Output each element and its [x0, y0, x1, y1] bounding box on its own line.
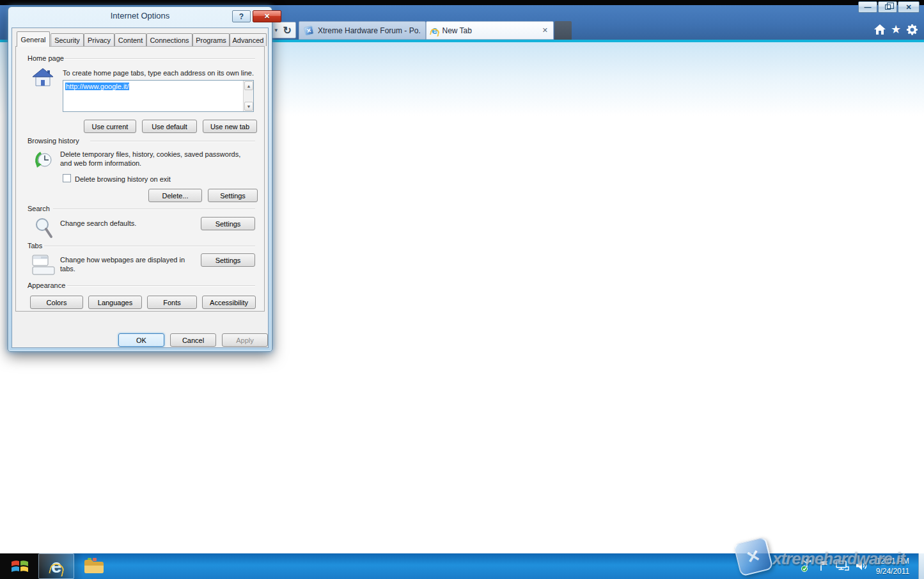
apply-button[interactable]: Apply: [222, 333, 268, 347]
appearance-section-label: Appearance: [27, 282, 65, 289]
help-icon: ?: [239, 12, 244, 21]
tabs-settings-button[interactable]: Settings: [201, 253, 255, 267]
ie-icon: e: [51, 557, 62, 576]
clock-date: 9/24/2011: [870, 566, 915, 576]
colors-button[interactable]: Colors: [30, 296, 83, 309]
browser-tab-xtreme-forum[interactable]: ✕ Xtreme Hardware Forum - Po...: [299, 21, 426, 40]
accessibility-button[interactable]: Accessibility: [202, 296, 256, 309]
search-icon: [34, 217, 53, 240]
network-icon[interactable]: [835, 559, 849, 575]
search-section-label: Search: [27, 205, 50, 212]
taskbar-explorer-button[interactable]: [77, 553, 111, 579]
general-tab-page: Home page To create home page tabs, type…: [15, 46, 265, 312]
delete-history-checkbox[interactable]: [63, 174, 71, 182]
search-settings-button[interactable]: Settings: [201, 217, 255, 230]
browsing-history-description: Delete temporary files, history, cookies…: [60, 150, 253, 168]
volume-speaker-icon[interactable]: [855, 560, 868, 574]
tab-close-icon[interactable]: ✕: [542, 26, 548, 35]
dialog-tab-content[interactable]: Content: [114, 33, 146, 46]
home-page-address-textarea[interactable]: http://www.google.it/ ▲ ▼: [63, 80, 254, 112]
section-divider: [67, 285, 255, 286]
cancel-button[interactable]: Cancel: [170, 333, 216, 347]
action-center-flag-icon[interactable]: [819, 559, 829, 575]
close-icon: ✕: [905, 3, 911, 12]
internet-options-dialog: Internet Options ? ✕ General Security Pr…: [8, 6, 272, 352]
dialog-tab-security[interactable]: Security: [51, 33, 84, 46]
browsing-history-section-label: Browsing history: [27, 137, 79, 145]
home-icon-dialog: [31, 67, 54, 89]
tab-title: Xtreme Hardware Forum - Po...: [318, 26, 420, 35]
dialog-tab-general[interactable]: General: [17, 31, 50, 47]
section-divider: [90, 141, 255, 141]
windows-flag-icon: [10, 557, 29, 576]
taskbar: e: [0, 553, 924, 579]
dialog-tab-advanced[interactable]: Advanced: [230, 33, 267, 46]
delete-button[interactable]: Delete...: [148, 189, 202, 202]
home-icon[interactable]: [872, 23, 888, 36]
new-tab-button[interactable]: [554, 21, 572, 40]
tabs-section-label: Tabs: [27, 242, 42, 250]
use-current-button[interactable]: Use current: [84, 120, 136, 133]
dialog-help-button[interactable]: ?: [232, 10, 251, 22]
section-divider: [53, 209, 255, 209]
section-divider: [44, 246, 255, 246]
home-page-section-label: Home page: [27, 54, 64, 62]
tools-gear-icon[interactable]: [904, 23, 920, 36]
browser-tab-new-tab[interactable]: e New Tab ✕: [426, 21, 554, 40]
home-page-address-value: http://www.google.it/: [65, 83, 129, 90]
ok-button[interactable]: OK: [118, 333, 164, 347]
taskbar-ie-button[interactable]: e: [38, 553, 74, 579]
system-tray: [801, 559, 868, 575]
address-dropdown-icon[interactable]: ▼: [274, 28, 279, 33]
section-divider: [65, 58, 255, 59]
start-button[interactable]: [4, 553, 36, 579]
window-minimize-button[interactable]: —: [858, 1, 877, 13]
minimize-icon: —: [865, 3, 872, 11]
dialog-close-button[interactable]: ✕: [253, 10, 281, 22]
fonts-button[interactable]: Fonts: [147, 296, 197, 309]
tabs-description: Change how webpages are displayed in tab…: [60, 255, 196, 273]
close-icon: ✕: [264, 12, 270, 20]
window-restore-button[interactable]: [878, 1, 897, 13]
tabs-icon: [32, 254, 55, 276]
ie-icon: e: [432, 25, 437, 36]
tab-title: New Tab: [442, 26, 471, 35]
window-close-button[interactable]: ✕: [898, 1, 920, 13]
dialog-tab-connections[interactable]: Connections: [146, 33, 192, 46]
use-new-tab-button[interactable]: Use new tab: [203, 120, 257, 133]
dialog-tab-programs[interactable]: Programs: [192, 33, 230, 46]
restore-icon: [885, 4, 891, 10]
history-settings-button[interactable]: Settings: [208, 189, 258, 202]
textarea-scrollbar[interactable]: ▲ ▼: [243, 81, 253, 111]
dialog-tab-privacy[interactable]: Privacy: [84, 33, 114, 46]
languages-button[interactable]: Languages: [88, 296, 142, 309]
search-description: Change search defaults.: [60, 219, 136, 228]
usb-device-icon[interactable]: [801, 559, 813, 575]
scroll-up-icon[interactable]: ▲: [244, 81, 253, 90]
folder-icon: [83, 557, 105, 575]
show-desktop-button[interactable]: [918, 553, 924, 579]
clock-time: 12:01 PM: [870, 556, 915, 566]
refresh-icon[interactable]: ↻: [283, 24, 292, 36]
favorites-star-icon[interactable]: ★: [888, 23, 904, 36]
dialog-body: General Security Privacy Content Connect…: [12, 28, 269, 348]
delete-history-checkbox-label[interactable]: Delete browsing history on exit: [75, 175, 171, 184]
screen-top-strip: [0, 0, 924, 5]
taskbar-clock[interactable]: 12:01 PM 9/24/2011: [870, 556, 915, 576]
use-default-button[interactable]: Use default: [142, 120, 197, 133]
history-clock-icon: [33, 149, 54, 172]
scroll-down-icon[interactable]: ▼: [244, 102, 253, 111]
home-page-instruction: To create home page tabs, type each addr…: [63, 68, 258, 77]
tab-favicon: ✕: [304, 25, 315, 36]
